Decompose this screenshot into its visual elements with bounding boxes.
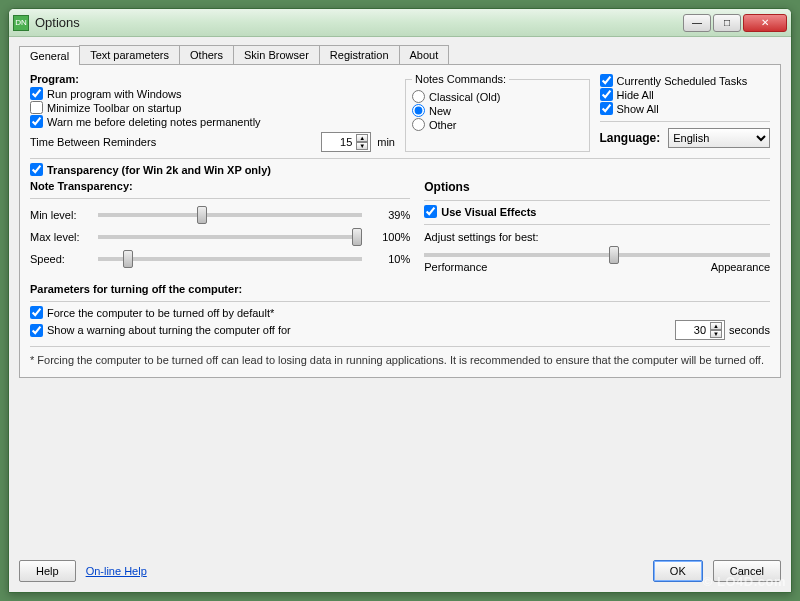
minimize-toolbar-label: Minimize Toolbar on startup [47,102,181,114]
seconds-stepper[interactable]: ▲▼ [675,320,725,340]
use-visual-label: Use Visual Effects [441,206,536,218]
seconds-unit: seconds [729,324,770,336]
tab-general[interactable]: General [19,46,80,65]
online-help-link[interactable]: On-line Help [86,565,147,577]
note-transparency-title: Note Transparency: [30,180,410,192]
run-with-windows-label: Run program with Windows [47,88,182,100]
force-off-checkbox[interactable] [30,306,43,319]
warn-off-checkbox[interactable] [30,324,43,337]
shutdown-title: Parameters for turning off the computer: [30,283,770,295]
performance-slider[interactable] [424,253,770,257]
speed-value: 10% [370,253,410,265]
appearance-label: Appearance [711,261,770,273]
speed-label: Speed: [30,253,90,265]
time-between-stepper[interactable]: ▲▼ [321,132,371,152]
time-between-up[interactable]: ▲ [356,134,368,142]
window-title: Options [35,15,683,30]
max-level-value: 100% [370,231,410,243]
warn-delete-checkbox[interactable] [30,115,43,128]
adjust-label: Adjust settings for best: [424,231,770,243]
tab-text-parameters[interactable]: Text parameters [79,45,180,64]
use-visual-checkbox[interactable] [424,205,437,218]
minimize-button[interactable] [683,14,711,32]
tab-skin-browser[interactable]: Skin Browser [233,45,320,64]
language-label: Language: [600,131,661,145]
scheduled-tasks-label: Currently Scheduled Tasks [617,75,748,87]
seconds-input[interactable] [678,324,706,336]
transparency-label: Transparency (for Win 2k and Win XP only… [47,164,271,176]
time-between-unit: min [377,136,395,148]
min-level-value: 39% [370,209,410,221]
max-level-slider[interactable] [98,235,362,239]
shutdown-footnote: * Forcing the computer to be turned off … [30,353,770,367]
force-off-label: Force the computer to be turned off by d… [47,307,274,319]
notes-commands-legend: Notes Commands: [412,73,509,85]
seconds-up[interactable]: ▲ [710,322,722,330]
warn-off-label: Show a warning about turning the compute… [47,324,291,336]
minimize-toolbar-checkbox[interactable] [30,101,43,114]
tab-registration[interactable]: Registration [319,45,400,64]
hide-all-label: Hide All [617,89,654,101]
min-level-slider[interactable] [98,213,362,217]
run-with-windows-checkbox[interactable] [30,87,43,100]
time-between-label: Time Between Reminders [30,136,156,148]
app-icon: DN [13,15,29,31]
titlebar[interactable]: DN Options [9,9,791,37]
help-button[interactable]: Help [19,560,76,582]
max-level-label: Max level: [30,231,90,243]
close-button[interactable] [743,14,787,32]
notes-other-radio[interactable] [412,118,425,131]
notes-commands-group: Notes Commands: Classical (Old) New Othe… [405,73,590,152]
tab-about[interactable]: About [399,45,450,64]
tab-bar: General Text parameters Others Skin Brow… [19,45,781,65]
speed-slider[interactable] [98,257,362,261]
notes-other-label: Other [429,119,457,131]
show-all-checkbox[interactable] [600,102,613,115]
notes-classical-label: Classical (Old) [429,91,501,103]
cancel-button[interactable]: Cancel [713,560,781,582]
options-window: DN Options General Text parameters Other… [8,8,792,593]
options-title: Options [424,180,770,194]
performance-label: Performance [424,261,487,273]
tab-panel-general: Program: Run program with Windows Minimi… [19,65,781,378]
warn-delete-label: Warn me before deleting notes permanentl… [47,116,261,128]
maximize-button[interactable] [713,14,741,32]
scheduled-tasks-checkbox[interactable] [600,74,613,87]
notes-new-radio[interactable] [412,104,425,117]
tab-others[interactable]: Others [179,45,234,64]
ok-button[interactable]: OK [653,560,703,582]
time-between-input[interactable] [324,136,352,148]
notes-classical-radio[interactable] [412,90,425,103]
show-all-label: Show All [617,103,659,115]
min-level-label: Min level: [30,209,90,221]
program-title: Program: [30,73,395,85]
seconds-down[interactable]: ▼ [710,330,722,338]
language-select[interactable]: English [668,128,770,148]
hide-all-checkbox[interactable] [600,88,613,101]
transparency-checkbox[interactable] [30,163,43,176]
time-between-down[interactable]: ▼ [356,142,368,150]
notes-new-label: New [429,105,451,117]
